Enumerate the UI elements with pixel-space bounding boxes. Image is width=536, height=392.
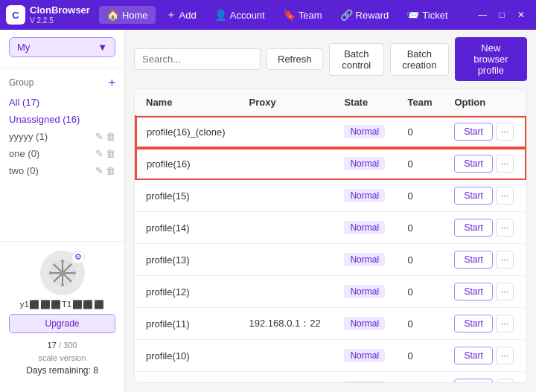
group-yyyyy-label: yyyyy (1)	[9, 131, 48, 142]
sidebar-item-yyyyy[interactable]: yyyyy (1) ✎ 🗑	[0, 128, 124, 145]
sidebar-item-all[interactable]: All (17)	[0, 94, 124, 111]
refresh-button[interactable]: Refresh	[267, 48, 323, 70]
svg-point-5	[60, 270, 66, 276]
profile-name-cell: profile(14)	[135, 212, 239, 244]
window-controls: — □ ✕	[473, 6, 530, 24]
delete-icon[interactable]: 🗑	[106, 165, 115, 176]
profile-state-cell: Normal	[334, 148, 397, 180]
edit-icon[interactable]: ✎	[95, 148, 103, 159]
profile-option-cell: Start···	[444, 148, 526, 180]
nav-label-team: Team	[299, 10, 322, 21]
group-all-label: All (17)	[9, 97, 39, 108]
status-badge: Normal	[344, 125, 385, 138]
nav-label-account: Account	[230, 10, 265, 21]
more-options-button[interactable]: ···	[496, 123, 514, 141]
scale-used: 17	[48, 341, 57, 350]
minimize-button[interactable]: —	[473, 6, 491, 24]
profiles-table-container: Name Proxy State Team Option profile(16)…	[134, 89, 527, 383]
profile-state-cell: Normal	[334, 372, 397, 384]
svg-point-6	[61, 260, 64, 263]
table-row: profile(15)Normal0Start···	[135, 180, 526, 212]
more-options-button[interactable]: ···	[496, 379, 514, 383]
more-options-button[interactable]: ···	[496, 315, 514, 332]
profile-team-cell: 0	[398, 116, 444, 148]
edit-icon[interactable]: ✎	[95, 131, 103, 142]
table-header-row: Name Proxy State Team Option	[135, 89, 526, 116]
start-button[interactable]: Start	[454, 155, 492, 173]
sidebar-item-unassigned[interactable]: Unassigned (16)	[0, 111, 124, 128]
profile-name-cell: profile(12)	[135, 276, 239, 308]
nav-item-home[interactable]: 🏠 Home	[99, 6, 156, 24]
batch-creation-button[interactable]: Batch creation	[390, 43, 449, 76]
nav-item-add[interactable]: ＋ Add	[159, 5, 204, 25]
avatar-image	[48, 258, 77, 288]
start-button[interactable]: Start	[454, 347, 492, 364]
table-row: profile(12)Normal0Start···	[135, 276, 526, 308]
svg-point-9	[73, 271, 76, 274]
toolbar: Refresh Batch control Batch creation New…	[125, 30, 536, 89]
profile-option-cell: Start···	[444, 276, 526, 308]
more-options-button[interactable]: ···	[496, 155, 514, 173]
content-area: Refresh Batch control Batch creation New…	[125, 30, 536, 392]
brand-name: ClonBrowser	[30, 4, 90, 16]
nav-item-team[interactable]: 🔖 Team	[275, 6, 330, 24]
close-button[interactable]: ✕	[512, 6, 530, 24]
profile-proxy-cell	[239, 372, 334, 384]
group-two-actions: ✎ 🗑	[95, 165, 115, 176]
logo-text: ClonBrowser V 2.2.5	[30, 4, 90, 25]
start-button[interactable]: Start	[454, 283, 492, 301]
col-proxy: Proxy	[239, 89, 334, 116]
more-options-button[interactable]: ···	[496, 251, 514, 269]
nav-label-ticket: Ticket	[422, 10, 447, 21]
profile-name-cell: profile(16)_(clone)	[135, 116, 239, 148]
delete-icon[interactable]: 🗑	[106, 131, 115, 142]
start-button[interactable]: Start	[454, 379, 492, 383]
status-badge: Normal	[344, 317, 385, 330]
logo-icon: C	[6, 5, 25, 25]
group-one-label: one (0)	[9, 148, 39, 159]
maximize-button[interactable]: □	[493, 6, 511, 24]
profile-team-cell: 0	[398, 340, 444, 372]
more-options-button[interactable]: ···	[496, 219, 514, 237]
profile-team-cell: 0	[398, 212, 444, 244]
more-options-button[interactable]: ···	[496, 347, 514, 364]
profile-option-cell: Start···	[444, 180, 526, 212]
edit-icon[interactable]: ✎	[95, 165, 103, 176]
start-button[interactable]: Start	[454, 123, 492, 141]
col-name: Name	[135, 89, 239, 116]
search-input[interactable]	[134, 48, 261, 70]
main-layout: My ▼ Group + All (17) Unassigned (16) yy…	[0, 30, 536, 392]
profile-team-cell: 0	[398, 372, 444, 384]
svg-point-8	[49, 271, 52, 274]
nav-item-ticket[interactable]: 📨 Ticket	[399, 6, 455, 24]
more-options-button[interactable]: ···	[496, 283, 514, 301]
add-group-icon[interactable]: +	[109, 76, 115, 89]
batch-control-button[interactable]: Batch control	[329, 43, 384, 76]
svg-point-7	[61, 283, 64, 286]
ticket-icon: 📨	[406, 9, 419, 21]
start-button[interactable]: Start	[454, 251, 492, 269]
app-version: V 2.2.5	[30, 16, 90, 25]
nav-item-reward[interactable]: 🔗 Reward	[333, 6, 397, 24]
table-row: profile(9)Normal0Start···	[135, 372, 526, 384]
delete-icon[interactable]: 🗑	[106, 148, 115, 159]
nav-item-account[interactable]: 👤 Account	[207, 6, 272, 24]
profile-state-cell: Normal	[334, 340, 397, 372]
profile-option-cell: Start···	[444, 244, 526, 276]
profile-proxy-cell	[239, 116, 334, 148]
sidebar-item-one[interactable]: one (0) ✎ 🗑	[0, 145, 124, 162]
settings-gear-icon[interactable]: ⚙	[71, 251, 85, 264]
reward-icon: 🔗	[340, 9, 353, 21]
status-badge: Normal	[344, 253, 385, 266]
profile-state-cell: Normal	[334, 180, 397, 212]
status-badge: Normal	[344, 157, 385, 170]
start-button[interactable]: Start	[454, 219, 492, 237]
profile-group-select[interactable]: My ▼	[9, 37, 115, 57]
new-profile-button[interactable]: New browser profile	[455, 37, 527, 81]
start-button[interactable]: Start	[454, 187, 492, 205]
start-button[interactable]: Start	[454, 315, 492, 332]
profile-option-cell: Start···	[444, 340, 526, 372]
upgrade-button[interactable]: Upgrade	[9, 314, 115, 333]
more-options-button[interactable]: ···	[496, 187, 514, 205]
sidebar-item-two[interactable]: two (0) ✎ 🗑	[0, 162, 124, 179]
